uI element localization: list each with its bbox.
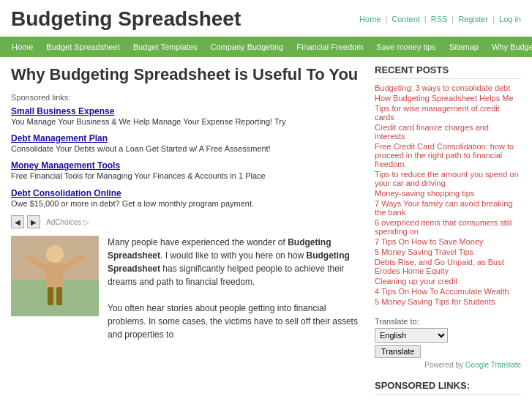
content-area: Why Budgeting Spreadsheet is Useful To Y… (11, 64, 364, 399)
ad-text-2: Consolidate Your Debts w/out a Loan Get … (11, 143, 364, 154)
recent-post-8[interactable]: 6 overpriced items that consumers still … (375, 218, 521, 236)
ad-item-3: Money Management Tools Free Financial To… (11, 160, 364, 182)
ad-title-2[interactable]: Debt Management Plan (11, 133, 364, 143)
nav-sitemap[interactable]: Sitemap (443, 40, 484, 53)
site-title: Budgeting Spreadsheet (11, 7, 241, 31)
sponsored-label: Sponsored links: (11, 93, 364, 102)
svg-rect-6 (48, 287, 53, 305)
nav-company-budgeting[interactable]: Company Budgeting (205, 40, 290, 53)
recent-posts-section: RECENT POSTS Budgeting: 3 ways to consol… (375, 64, 521, 306)
translate-section: Translate to: English Translate Powered … (375, 317, 521, 369)
recent-post-14[interactable]: 5 Money Saving Tips for Students (375, 297, 521, 306)
sponsored-links-title: SPONSORED LINKS: (375, 380, 521, 395)
nav-why-budgeting[interactable]: Why Budgeting (486, 40, 532, 53)
nav-financial-freedom[interactable]: Financial Freedom (291, 40, 369, 53)
header-link-login[interactable]: Log in (499, 15, 521, 23)
ad-next-button[interactable]: ▶ (27, 215, 40, 228)
recent-post-12[interactable]: Cleaning up your credit (375, 277, 521, 286)
content-image (11, 236, 99, 316)
ad-prev-button[interactable]: ◀ (11, 215, 24, 228)
translate-select[interactable]: English (375, 328, 448, 343)
recent-post-6[interactable]: Money-saving shopping tips (375, 189, 521, 198)
header-link-register[interactable]: Register (458, 15, 488, 23)
translate-button[interactable]: Translate (375, 345, 421, 358)
recent-post-1[interactable]: How Budgeting Spreadsheet Helps Me (375, 94, 521, 102)
recent-post-3[interactable]: Credit card finance charges and interest… (375, 123, 521, 141)
content-paragraph-1: Many people have experienced the wonder … (108, 236, 364, 288)
recent-post-11[interactable]: Debts Rise, and Go Unpaid, as Bust Erode… (375, 258, 521, 275)
recent-posts-title: RECENT POSTS (375, 64, 521, 79)
navbar: Home Budget Spreadsheet Budget Templates… (0, 37, 532, 57)
header-link-home[interactable]: Home (359, 15, 381, 23)
recent-post-9[interactable]: 7 Tips On How to Save Money (375, 237, 521, 246)
ad-item-2: Debt Management Plan Consolidate Your De… (11, 133, 364, 154)
ad-title-1[interactable]: Small Business Expense (11, 106, 364, 116)
svg-rect-3 (46, 263, 64, 288)
ad-text-4: Owe $15,000 or more in debt? Get a low m… (11, 198, 364, 209)
google-translate-link[interactable]: Google Translate (465, 361, 521, 369)
adchoices-label: AdChoices ▷ (46, 218, 89, 226)
page-title: Why Budgeting Spreadsheet is Useful To Y… (11, 64, 364, 86)
recent-post-7[interactable]: 7 Ways Your family can avoid breaking th… (375, 199, 521, 217)
ad-text-1: You Manage Your Business & We Help Manag… (11, 116, 364, 127)
header-links: Home | Content | RSS | Register | Log in (359, 15, 521, 23)
header-link-content[interactable]: Content (391, 15, 420, 23)
nav-budget-spreadsheet[interactable]: Budget Spreadsheet (40, 40, 125, 53)
recent-post-13[interactable]: 4 Tips On How To Accumulate Wealth (375, 287, 521, 296)
ad-item-4: Debt Consolidation Online Owe $15,000 or… (11, 188, 364, 209)
powered-by: Powered by Google Translate (375, 361, 521, 369)
content-bottom: Many people have experienced the wonder … (11, 236, 364, 341)
sponsored-links-section: SPONSORED LINKS: AdChoices i ► Guncheon … (375, 380, 521, 399)
nav-save-money[interactable]: Save money tips (370, 40, 441, 53)
recent-post-0[interactable]: Budgeting: 3 ways to consolidate debt (375, 83, 521, 92)
ad-text-3: Free Financial Tools for Managing Your F… (11, 171, 364, 182)
ad-title-3[interactable]: Money Management Tools (11, 160, 364, 171)
ad-title-4[interactable]: Debt Consolidation Online (11, 188, 364, 198)
svg-point-2 (46, 245, 64, 263)
recent-post-4[interactable]: Free Credit Card Consolidation: how to p… (375, 142, 521, 168)
sidebar: RECENT POSTS Budgeting: 3 ways to consol… (375, 64, 521, 399)
recent-post-2[interactable]: Tips for wise management of credit cards (375, 104, 521, 122)
recent-post-10[interactable]: 5 Money Saving Travel Tips (375, 247, 521, 256)
page-header: Budgeting Spreadsheet Home | Content | R… (0, 0, 532, 37)
recent-post-5[interactable]: Tips to reduce the amount you spend on y… (375, 170, 521, 187)
header-link-rss[interactable]: RSS (431, 15, 448, 23)
nav-home[interactable]: Home (6, 40, 39, 53)
content-text: Many people have experienced the wonder … (108, 236, 364, 341)
content-paragraph-2: You often hear stories about people gett… (108, 302, 364, 341)
translate-label: Translate to: (375, 317, 521, 326)
ad-navigation: ◀ ▶ AdChoices ▷ (11, 215, 364, 228)
main-content: Why Budgeting Spreadsheet is Useful To Y… (0, 57, 532, 399)
svg-rect-7 (56, 287, 62, 305)
ad-item-1: Small Business Expense You Manage Your B… (11, 106, 364, 127)
nav-budget-templates[interactable]: Budget Templates (127, 40, 203, 53)
